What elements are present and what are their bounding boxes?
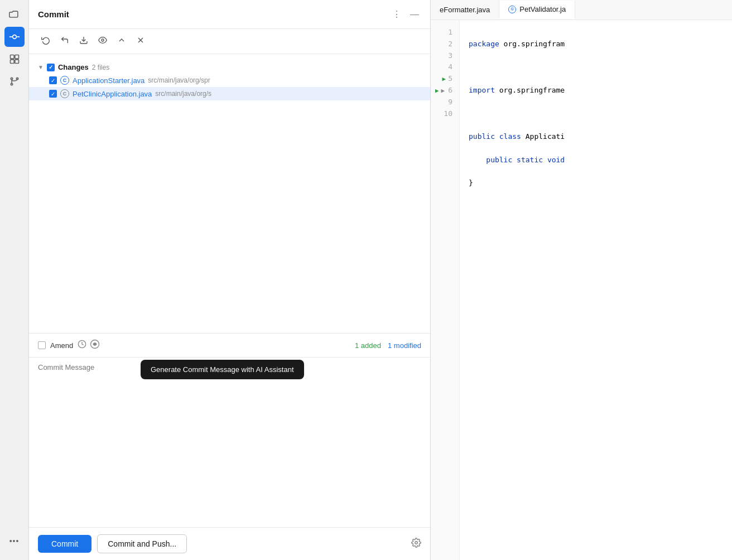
amend-icons	[78, 339, 100, 351]
code-line-2	[469, 61, 723, 73]
file2-path: src/main/java/org/s	[155, 90, 211, 98]
changes-checkbox[interactable]: ✓	[47, 64, 55, 71]
svg-point-7	[11, 78, 12, 79]
line-num-4: 4	[431, 61, 459, 73]
code-line-9: }	[469, 177, 723, 189]
line-num-2: 2	[431, 38, 459, 50]
history-button[interactable]	[78, 339, 86, 351]
icon-rail: •••	[0, 0, 29, 560]
svg-rect-3	[10, 55, 14, 59]
more-options-icon[interactable]: •••	[4, 531, 25, 551]
svg-rect-6	[15, 60, 18, 64]
action-row: Commit Commit and Push...	[29, 527, 430, 560]
run-arrow-6[interactable]: ▶	[435, 86, 439, 96]
svg-point-0	[12, 35, 16, 39]
blocks-icon[interactable]	[4, 49, 25, 69]
modified-stat: 1 modified	[388, 341, 421, 350]
changes-count: 2 files	[92, 64, 109, 71]
tab2-type-icon: ©	[508, 6, 516, 13]
file1-name: ApplicationStarter.java	[73, 76, 145, 85]
commit-message-wrapper: Generate Commit Message with AI Assistan…	[29, 358, 430, 416]
tab1-name: eFormatter.java	[440, 6, 490, 14]
undo-button[interactable]	[57, 33, 73, 49]
changes-label: Changes	[58, 63, 89, 71]
commit-panel: Commit ⋮ —	[29, 0, 431, 560]
code-editor: 1 2 3 4 ▶5 ▶ ▶6 9 10 package org.springf…	[431, 20, 732, 560]
commit-message-area	[29, 358, 430, 416]
chevron-icon: ▼	[38, 64, 44, 70]
editor-tabs: eFormatter.java © PetValidator.ja	[431, 0, 732, 20]
commit-toolbar	[29, 29, 430, 54]
commit-button[interactable]: Commit	[38, 535, 92, 553]
code-line-1: package org.springfram	[469, 38, 723, 50]
editor-panel: eFormatter.java © PetValidator.ja 1 2 3 …	[431, 0, 732, 560]
file-tree: ▼ ✓ Changes 2 files ✓ C ApplicationStart…	[29, 54, 430, 333]
svg-point-8	[11, 83, 12, 85]
tab-eformatter[interactable]: eFormatter.java	[431, 1, 499, 18]
tab-petvalidator[interactable]: © PetValidator.ja	[499, 1, 575, 19]
settings-button[interactable]	[411, 538, 421, 551]
more-menu-button[interactable]: ⋮	[390, 7, 403, 22]
code-line-5: public class Applicati	[469, 131, 723, 143]
file-applicationstarter[interactable]: ✓ C ApplicationStarter.java src/main/jav…	[29, 74, 430, 87]
line-num-10: 10	[431, 108, 459, 120]
file-petclinicapplication[interactable]: ✓ C PetClinicApplication.java src/main/j…	[29, 87, 430, 100]
line-num-6: ▶ ▶6	[431, 85, 459, 96]
svg-rect-4	[15, 55, 18, 59]
run-arrow-5[interactable]: ▶	[442, 74, 446, 84]
line-num-5: ▶5	[431, 73, 459, 85]
refresh-button[interactable]	[38, 33, 54, 49]
ai-generate-button[interactable]	[90, 339, 100, 351]
close-panel-button[interactable]	[133, 33, 148, 49]
added-stat: 1 added	[355, 341, 381, 350]
file2-name: PetClinicApplication.java	[73, 90, 152, 98]
panel-title: Commit	[38, 9, 69, 19]
amend-label: Amend	[50, 341, 73, 350]
svg-rect-5	[10, 60, 14, 64]
tab2-name: PetValidator.ja	[519, 5, 566, 13]
amend-checkbox[interactable]	[38, 341, 46, 349]
amend-row: Amend 1 added 1 modified	[29, 334, 430, 358]
file2-checkbox[interactable]: ✓	[49, 90, 57, 98]
line-num-9: 9	[431, 96, 459, 108]
folder-icon[interactable]	[4, 4, 25, 25]
code-line-4	[469, 108, 723, 120]
code-line-10	[469, 201, 723, 213]
svg-point-15	[415, 541, 418, 544]
line-numbers: 1 2 3 4 ▶5 ▶ ▶6 9 10	[431, 20, 460, 560]
view-button[interactable]	[95, 33, 110, 49]
expand-button[interactable]	[114, 33, 129, 49]
minimize-button[interactable]: —	[408, 7, 421, 22]
panel-header: Commit ⋮ —	[29, 0, 430, 29]
svg-point-11	[102, 39, 104, 41]
code-line-6: public static void	[469, 155, 723, 166]
file1-type-icon: C	[60, 76, 69, 85]
download-button[interactable]	[76, 33, 92, 49]
vcs-icon[interactable]	[4, 27, 25, 47]
header-actions: ⋮ —	[390, 7, 421, 22]
file1-path: src/main/java/org/spr	[148, 76, 210, 84]
commit-message-input[interactable]	[38, 363, 421, 408]
changes-group-header[interactable]: ▼ ✓ Changes 2 files	[29, 61, 430, 74]
code-content[interactable]: package org.springfram import org.spring…	[460, 20, 732, 560]
message-body-area	[29, 416, 430, 527]
amend-left: Amend	[38, 339, 100, 351]
commit-push-button[interactable]: Commit and Push...	[97, 534, 187, 553]
line-num-3: 3	[431, 50, 459, 62]
file-stats: 1 added 1 modified	[355, 341, 421, 350]
file1-checkbox[interactable]: ✓	[49, 76, 57, 84]
branch-icon[interactable]	[4, 71, 25, 91]
file2-type-icon: C	[60, 89, 69, 98]
bottom-section: Amend 1 added 1 modified Generate Com	[29, 333, 430, 560]
changes-group: ▼ ✓ Changes 2 files ✓ C ApplicationStart…	[29, 59, 430, 103]
code-line-3: import org.springframe	[469, 85, 723, 96]
line-num-1: 1	[431, 27, 459, 38]
